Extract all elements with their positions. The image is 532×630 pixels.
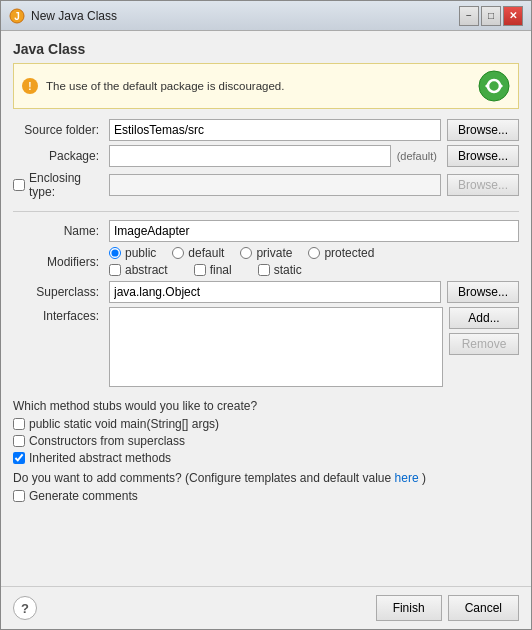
refresh-icon[interactable] xyxy=(478,70,510,102)
svg-text:J: J xyxy=(14,11,20,22)
stubs-question: Which method stubs would you like to cre… xyxy=(13,399,519,413)
generate-comments-checkbox[interactable] xyxy=(13,490,25,502)
stub-constructors-label[interactable]: Constructors from superclass xyxy=(13,434,519,448)
cancel-button[interactable]: Cancel xyxy=(448,595,519,621)
window: J New Java Class − □ ✕ Java Class ! The … xyxy=(0,0,532,630)
stub-main-checkbox[interactable] xyxy=(13,418,25,430)
package-browse-button[interactable]: Browse... xyxy=(447,145,519,167)
maximize-button[interactable]: □ xyxy=(481,6,501,26)
comments-question: Do you want to add comments? (Configure … xyxy=(13,471,519,485)
warning-icon: ! xyxy=(22,78,38,94)
name-label: Name: xyxy=(13,224,103,238)
modifiers-row-2: abstract final static xyxy=(109,263,519,277)
stubs-items: public static void main(String[] args) C… xyxy=(13,417,519,465)
modifiers-label: Modifiers: xyxy=(13,255,103,269)
stub-inherited-label[interactable]: Inherited abstract methods xyxy=(13,451,519,465)
java-icon: J xyxy=(9,8,25,24)
form-grid: Source folder: Browse... Package: (defau… xyxy=(13,119,519,199)
comments-link[interactable]: here xyxy=(395,471,419,485)
enclosing-type-checkbox[interactable] xyxy=(13,179,25,191)
comments-section: Do you want to add comments? (Configure … xyxy=(13,471,519,503)
package-input[interactable] xyxy=(109,145,391,167)
name-row xyxy=(109,220,519,242)
svg-point-2 xyxy=(479,71,509,101)
modifier-static-checkbox[interactable] xyxy=(258,264,270,276)
modifier-private-label[interactable]: private xyxy=(240,246,292,260)
source-folder-browse-button[interactable]: Browse... xyxy=(447,119,519,141)
package-row: (default) Browse... xyxy=(109,145,519,167)
source-folder-row: Browse... xyxy=(109,119,519,141)
section-title: Java Class xyxy=(13,41,519,57)
add-button[interactable]: Add... xyxy=(449,307,519,329)
modifier-static-label[interactable]: static xyxy=(258,263,302,277)
stub-constructors-checkbox[interactable] xyxy=(13,435,25,447)
modifier-abstract-label[interactable]: abstract xyxy=(109,263,168,277)
package-label: Package: xyxy=(13,149,103,163)
modifier-default-radio[interactable] xyxy=(172,247,184,259)
title-bar: J New Java Class − □ ✕ xyxy=(1,1,531,31)
enclosing-type-input[interactable] xyxy=(109,174,441,196)
finish-button[interactable]: Finish xyxy=(376,595,442,621)
generate-comments-label[interactable]: Generate comments xyxy=(13,489,519,503)
enclosing-type-browse-button[interactable]: Browse... xyxy=(447,174,519,196)
interfaces-row: Add... Remove xyxy=(109,307,519,387)
default-label: (default) xyxy=(397,150,437,162)
interfaces-buttons: Add... Remove xyxy=(449,307,519,355)
stub-inherited-checkbox[interactable] xyxy=(13,452,25,464)
modifier-default-label[interactable]: default xyxy=(172,246,224,260)
bottom-bar: ? Finish Cancel xyxy=(1,586,531,629)
superclass-row: Browse... xyxy=(109,281,519,303)
modifier-protected-radio[interactable] xyxy=(308,247,320,259)
minimize-button[interactable]: − xyxy=(459,6,479,26)
modifiers-container: public default private protected xyxy=(109,246,519,277)
close-button[interactable]: ✕ xyxy=(503,6,523,26)
help-button[interactable]: ? xyxy=(13,596,37,620)
modifier-abstract-checkbox[interactable] xyxy=(109,264,121,276)
modifier-final-checkbox[interactable] xyxy=(194,264,206,276)
warning-box: ! The use of the default package is disc… xyxy=(13,63,519,109)
superclass-browse-button[interactable]: Browse... xyxy=(447,281,519,303)
modifier-public-label[interactable]: public xyxy=(109,246,156,260)
interfaces-textarea[interactable] xyxy=(109,307,443,387)
superclass-input[interactable] xyxy=(109,281,441,303)
modifier-final-label[interactable]: final xyxy=(194,263,232,277)
enclosing-type-label: Enclosing type: xyxy=(29,171,103,199)
modifiers-row-1: public default private protected xyxy=(109,246,519,260)
interfaces-label: Interfaces: xyxy=(13,307,103,323)
name-input[interactable] xyxy=(109,220,519,242)
source-folder-label: Source folder: xyxy=(13,123,103,137)
source-folder-input[interactable] xyxy=(109,119,441,141)
enclosing-type-row: Browse... xyxy=(109,174,519,196)
content: Java Class ! The use of the default pack… xyxy=(1,31,531,586)
bottom-buttons: Finish Cancel xyxy=(376,595,519,621)
modifier-protected-label[interactable]: protected xyxy=(308,246,374,260)
remove-button[interactable]: Remove xyxy=(449,333,519,355)
stub-main-label[interactable]: public static void main(String[] args) xyxy=(13,417,519,431)
divider-1 xyxy=(13,211,519,212)
warning-text: The use of the default package is discou… xyxy=(46,80,470,92)
title-text: New Java Class xyxy=(31,9,117,23)
stubs-section: Which method stubs would you like to cre… xyxy=(13,399,519,465)
modifier-public-radio[interactable] xyxy=(109,247,121,259)
enclosing-type-label-row: Enclosing type: xyxy=(13,171,103,199)
modifier-private-radio[interactable] xyxy=(240,247,252,259)
superclass-label: Superclass: xyxy=(13,285,103,299)
form-grid-2: Name: Modifiers: public default xyxy=(13,220,519,387)
